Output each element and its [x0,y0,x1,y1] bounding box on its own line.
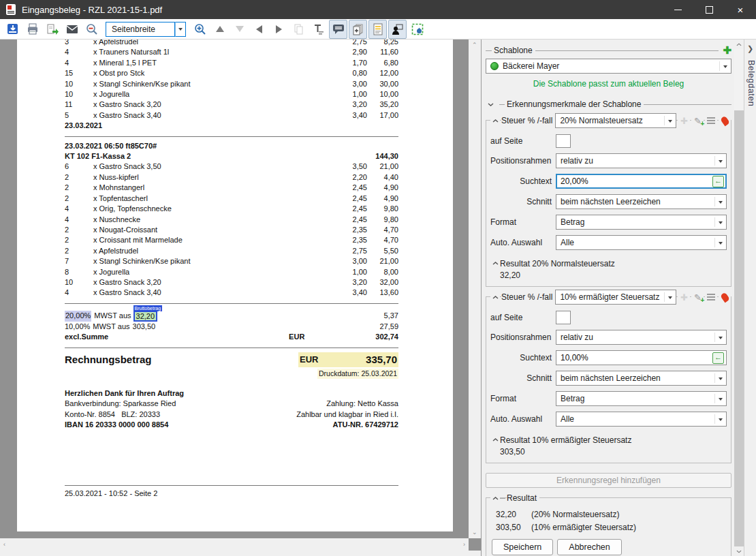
item-total: 13,60 [367,288,398,298]
page-up-button[interactable] [210,20,229,39]
email-button[interactable] [63,20,81,39]
suchtext-input[interactable] [556,350,727,365]
cancel-button[interactable]: Abbrechen [557,539,621,555]
tab-belegdaten[interactable]: Belegdaten [745,60,756,106]
items-section-a: 3 x Apfelstrudel 2,75 8,25 4 x Trauners … [65,40,398,121]
open-file-button[interactable] [43,20,61,39]
item-price: 3,40 [326,110,367,121]
tax-pct-highlight[interactable]: 20,00% [65,311,91,322]
chevron-up-icon[interactable] [490,119,500,123]
ocr-scan-button[interactable] [408,20,426,39]
minimize-button[interactable] [662,0,693,19]
duplicate-page-button[interactable] [349,20,367,39]
format-value: Betrag [561,217,584,227]
zoom-in-icon [194,23,206,35]
positionsrahmen-select[interactable]: relativ zu [556,330,727,345]
close-button[interactable]: × [725,0,756,19]
zoom-mode-dropdown-button[interactable] [175,22,186,37]
insert-from-document-icon[interactable]: ← [712,176,724,187]
schnitt-select[interactable]: beim nächsten Leerzeichen [556,194,727,209]
auf-seite-input[interactable] [556,311,571,324]
format-select[interactable]: Betrag [556,391,727,406]
group-result-header[interactable]: Resultat 20% Normalsteuersatz [490,258,727,268]
item-price: 2,20 [326,172,367,183]
add-template-icon[interactable]: ✚ [723,46,731,55]
scroll-left-icon[interactable]: ‹ [3,542,5,548]
scroll-down-icon[interactable]: ⌄ [472,529,477,536]
receipt-item-row: 2 x Croissant mit Marmelade 2,35 4,70 [65,235,398,245]
scroll-down-icon[interactable] [734,546,744,556]
edit-icon[interactable]: ✎+ [691,114,704,127]
template-name: Bäckerei Mayer [503,61,559,71]
tax-base-highlight[interactable]: Bruttobetrag 32,20 [133,311,158,322]
action-buttons: Speichern Abbrechen [490,539,727,555]
template-select[interactable]: Bäckerei Mayer [486,59,731,74]
tax-type-select[interactable]: 10% ermäßigter Steuersatz [555,290,676,305]
scrollbar-thumb[interactable] [734,49,744,110]
auf-seite-input[interactable] [556,134,571,148]
group-result-header[interactable]: Resultat 10% ermäßigter Steuersatz [490,435,727,445]
divider [499,104,505,105]
schnitt-select[interactable]: beim nächsten Leerzeichen [556,371,727,386]
prev-page-button[interactable] [250,20,268,39]
item-total: 10,00 [367,89,398,99]
add-recognition-rule-button[interactable]: Erkennungsregel hinzufügen [486,473,731,488]
expand-panel-icon[interactable]: ❯ [744,42,756,55]
copy-button[interactable] [289,20,308,39]
positionsrahmen-label: Positionsrahmen [490,156,556,166]
pdf-app-icon [5,4,16,15]
item-name: x Apfelstrudel [93,246,326,256]
menu-icon[interactable] [705,114,717,127]
bank-row: Konto-Nr. 8854 BLZ: 20333 Zahlbar und kl… [65,410,398,420]
chevron-up-icon[interactable] [490,296,500,299]
menu-icon[interactable] [705,291,717,303]
edit-icon[interactable]: ✎+ [691,291,704,303]
template-status-dot [490,62,499,70]
scroll-up-icon[interactable]: ⌃ [472,42,477,48]
bank-line: Konto-Nr. 8854 BLZ: 20333 [65,410,160,420]
format-select[interactable]: Betrag [556,215,727,230]
suchtext-input[interactable] [556,174,727,189]
merkmale-header[interactable]: Erkennungsmerkmale der Schablone [486,98,731,110]
item-name: x Apfelstrudel [93,40,326,47]
item-price: 1,00 [326,267,367,277]
zoom-in-button[interactable] [191,20,209,39]
panel-scrollbar[interactable] [734,40,744,556]
receipt-item-row: 10 x Gastro Snack 3,20 3,20 32,00 [65,277,398,288]
comment-button[interactable] [329,20,347,39]
delete-icon[interactable] [719,291,731,303]
insert-from-document-icon[interactable]: ← [712,352,724,364]
resultat-title: Resultat [507,493,539,503]
next-page-button[interactable] [270,20,288,39]
stamp-person-button[interactable] [388,20,407,39]
chevron-up-icon[interactable] [490,262,500,265]
zoom-mode-select[interactable]: Seitenbreite [106,22,186,37]
page-down-button[interactable] [230,20,249,39]
positionsrahmen-select[interactable]: relativ zu [556,153,727,168]
document-vertical-scrollbar[interactable]: ⌃ ⌄ [469,40,481,538]
import-button[interactable] [3,20,22,39]
scroll-up-icon[interactable] [734,40,744,49]
zoom-out-button[interactable] [82,20,101,39]
auto-auswahl-row: Auto. Auswahl Alle [490,235,727,250]
zoom-mode-value[interactable]: Seitenbreite [106,22,175,37]
tax-type-select[interactable]: 20% Normalsteuersatz [555,113,676,128]
print-button[interactable] [23,20,42,39]
delete-icon[interactable] [719,114,731,127]
document-horizontal-scrollbar[interactable]: ‹ › [0,538,469,551]
chevron-down-icon[interactable] [486,103,495,106]
receipt-item-row: 2 x Nuss-kipferl 2,20 4,40 [65,172,398,183]
highlight-document-icon [372,23,384,35]
scroll-right-icon[interactable]: › [463,542,465,548]
auto-auswahl-select[interactable]: Alle [556,235,727,250]
save-button[interactable]: Speichern [492,539,553,555]
maximize-button[interactable] [693,0,725,19]
add-rule-icon[interactable]: ✚ [678,114,690,127]
highlight-document-button[interactable] [368,20,387,39]
add-rule-icon[interactable]: ✚ [678,291,690,303]
text-select-button[interactable] [309,20,328,39]
auto-auswahl-select[interactable]: Alle [556,412,727,427]
chevron-up-icon[interactable] [490,438,500,442]
auto-auswahl-label: Auto. Auswahl [490,238,556,247]
chevron-up-icon[interactable] [490,497,500,500]
